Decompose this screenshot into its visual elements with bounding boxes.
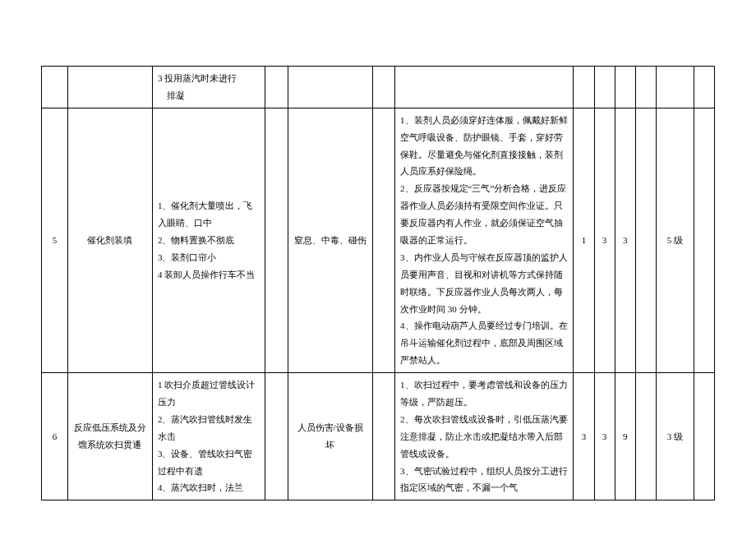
score1-cell: 3 [574,373,594,500]
blank-cell [265,108,288,372]
cause-cell: 1 吹扫介质超过管线设计压力2、蒸汽吹扫管线时发生水击3、设备、管线吹扫气密过程… [152,373,265,500]
level-cell: 3 级 [656,373,694,500]
consequence-cell [288,67,372,108]
score3-cell: 3 [615,108,635,372]
consequence-cell: 窒息、中毒、碰伤 [288,108,372,372]
consequence-cell: 人员伤害/设备损坏 [288,373,372,500]
blank-cell [635,67,656,108]
score2-cell: 3 [594,373,615,500]
score1-cell [574,67,594,108]
cause-cell: 1、催化剂大量喷出，飞入眼睛、口中2、物料置换不彻底3、装剂口帘小4 装卸人员操… [152,108,265,372]
blank-cell [265,67,288,108]
risk-table: 3 投用蒸汽时未进行排凝5催化剂装填1、催化剂大量喷出，飞入眼睛、口中2、物料置… [41,66,715,500]
level-cell [656,67,694,108]
blank-cell [694,373,714,500]
table-row: 5催化剂装填1、催化剂大量喷出，飞入眼睛、口中2、物料置换不彻底3、装剂口帘小4… [42,108,715,372]
blank-cell [694,67,714,108]
score2-cell [594,67,615,108]
table-row: 6反应低压系统及分馏系统吹扫贯通1 吹扫介质超过管线设计压力2、蒸汽吹扫管线时发… [42,373,715,500]
row-id: 6 [42,373,68,500]
step-cell [68,67,153,108]
row-id: 5 [42,108,68,372]
step-cell: 催化剂装填 [68,108,153,372]
blank-cell [372,67,394,108]
score3-cell: 9 [615,373,635,500]
table-row: 3 投用蒸汽时未进行排凝 [42,67,715,108]
score2-cell: 3 [594,108,615,372]
score3-cell [615,67,635,108]
blank-cell [635,373,656,500]
row-id [42,67,68,108]
measure-cell: 1、装剂人员必须穿好连体服，佩戴好新鲜空气呼吸设备、防护眼镜、手套，穿好劳保鞋。… [395,108,574,372]
blank-cell [635,108,656,372]
blank-cell [372,373,394,500]
blank-cell [265,373,288,500]
level-cell: 5 级 [656,108,694,372]
blank-cell [694,108,714,372]
measure-cell: 1、吹扫过程中，要考虑管线和设备的压力等级，严防超压。2、每次吹扫管线或设备时，… [395,373,574,500]
measure-cell [395,67,574,108]
blank-cell [372,108,394,372]
cause-cell: 3 投用蒸汽时未进行排凝 [152,67,265,108]
score1-cell: 1 [574,108,594,372]
step-cell: 反应低压系统及分馏系统吹扫贯通 [68,373,153,500]
